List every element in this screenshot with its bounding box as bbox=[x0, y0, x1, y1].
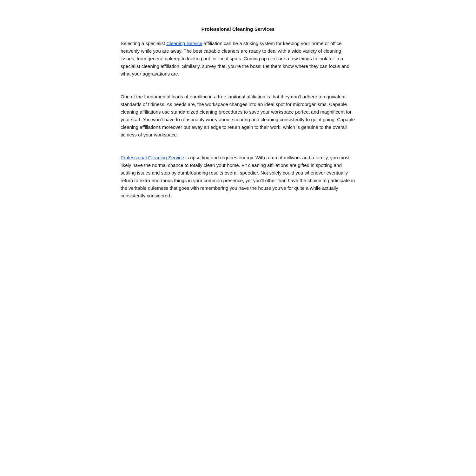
spacer-2 bbox=[121, 148, 355, 154]
paragraph-1: Selecting a specialist Cleaning Service … bbox=[121, 40, 355, 78]
p2-text: One of the fundamental loads of enrollin… bbox=[121, 94, 355, 137]
cleaning-service-link-1[interactable]: Cleaning Service bbox=[166, 41, 202, 46]
page-container: Professional Cleaning Services Selecting… bbox=[102, 0, 374, 234]
p1-text-before-link: Selecting a specialist bbox=[121, 41, 166, 46]
paragraph-2: One of the fundamental loads of enrollin… bbox=[121, 93, 355, 139]
spacer-1 bbox=[121, 87, 355, 93]
paragraph-3: Professional Cleaning Service is upsetti… bbox=[121, 154, 355, 200]
page-title: Professional Cleaning Services bbox=[121, 25, 355, 33]
p3-text-after-link: is upsetting and requires energy. With a… bbox=[121, 155, 355, 198]
professional-cleaning-service-link[interactable]: Professional Cleaning Service bbox=[121, 155, 184, 160]
